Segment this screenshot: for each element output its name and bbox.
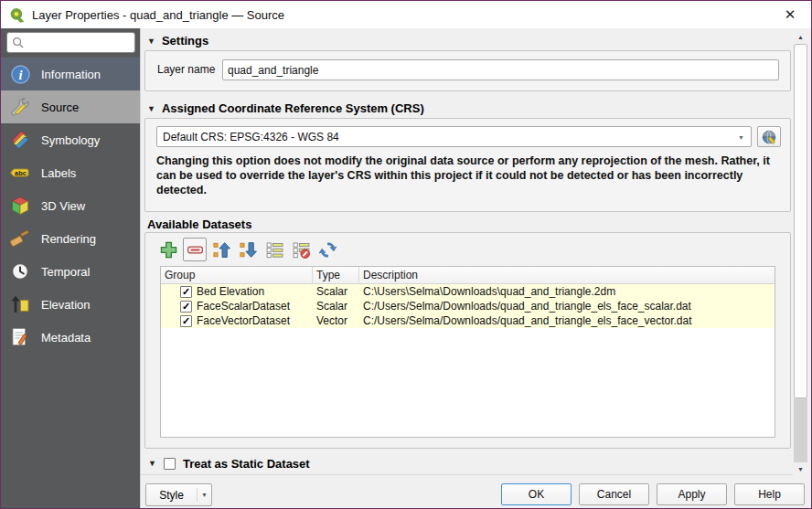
symbology-icon xyxy=(9,129,31,151)
dataset-row[interactable]: ✓FaceScalarDatasetScalarC:/Users/Selma/D… xyxy=(161,299,775,313)
dataset-row[interactable]: ✓FaceVectorDatasetVectorC:/Users/Selma/D… xyxy=(161,313,775,328)
select-all-icon xyxy=(265,240,284,260)
reload-button[interactable] xyxy=(315,238,339,261)
dataset-checkbox[interactable]: ✓ xyxy=(180,301,192,313)
add-icon xyxy=(159,240,178,260)
remove-dataset-button[interactable] xyxy=(183,238,207,261)
dataset-description: C:/Users/Selma/Downloads/quad_and_triang… xyxy=(359,300,775,313)
dataset-type: Scalar xyxy=(313,300,359,313)
static-dataset-section-header[interactable]: ▼ Treat as Static Dataset xyxy=(141,452,793,475)
sidebar-item-elevation[interactable]: Elevation xyxy=(1,288,140,321)
crs-group-box: Default CRS: EPSG:4326 - WGS 84 ▼ Changi… xyxy=(144,118,791,212)
crs-section-header[interactable]: ▼ Assigned Coordinate Reference System (… xyxy=(147,101,424,115)
help-button[interactable]: Help xyxy=(734,483,805,505)
sidebar-item-label: Labels xyxy=(41,166,76,180)
deselect-all-button[interactable] xyxy=(289,238,313,261)
sidebar-item-label: Metadata xyxy=(41,331,91,345)
sidebar-item-metadata[interactable]: Metadata xyxy=(1,321,140,354)
sidebar-item-label: Elevation xyxy=(41,298,90,312)
crs-globe-icon xyxy=(761,129,777,145)
select-crs-button[interactable] xyxy=(757,126,781,147)
temporal-icon xyxy=(9,260,31,282)
svg-text:i: i xyxy=(18,67,22,81)
column-header-group[interactable]: Group xyxy=(161,267,313,283)
dialog-button-box: Style ▼ OK Cancel Apply Help xyxy=(141,480,811,509)
svg-text:abc: abc xyxy=(15,169,27,177)
dataset-type: Scalar xyxy=(313,285,359,298)
chevron-down-icon: ▼ xyxy=(738,134,744,141)
close-icon[interactable]: ✕ xyxy=(780,5,800,25)
dataset-checkbox[interactable]: ✓ xyxy=(180,286,192,298)
settings-section-header[interactable]: ▼ Settings xyxy=(147,34,208,48)
dataset-checkbox[interactable]: ✓ xyxy=(180,315,192,327)
datasets-table-header: Group Type Description xyxy=(161,267,775,284)
add-dataset-button[interactable] xyxy=(156,238,180,261)
column-header-description[interactable]: Description xyxy=(359,267,775,283)
datasets-table-body: ✓Bed ElevationScalarC:\Users\Selma\Downl… xyxy=(161,284,775,328)
select-all-button[interactable] xyxy=(262,238,286,261)
apply-button[interactable]: Apply xyxy=(657,483,727,505)
qgis-logo-icon xyxy=(8,6,26,24)
sidebar-item-label: 3D View xyxy=(41,199,85,213)
dataset-description: C:/Users/Selma/Downloads/quad_and_triang… xyxy=(359,314,775,327)
sidebar-item-labels[interactable]: abcLabels xyxy=(1,156,140,189)
title-bar[interactable]: Layer Properties - quad_and_triangle — S… xyxy=(1,1,811,28)
sidebar-item-rendering[interactable]: Rendering xyxy=(1,222,140,255)
collapse-triangle-icon[interactable]: ▼ xyxy=(147,104,155,113)
layer-name-label: Layer name xyxy=(157,63,215,76)
sidebar-item-temporal[interactable]: Temporal xyxy=(1,255,140,288)
scroll-up-icon[interactable]: ▲ xyxy=(793,30,808,44)
sidebar-item-source[interactable]: Source xyxy=(1,90,140,123)
sidebar-item-information[interactable]: iInformation xyxy=(1,58,140,90)
scroll-down-icon[interactable]: ▼ xyxy=(793,462,808,476)
datasets-section-label: Available Datasets xyxy=(147,217,251,231)
scrollbar-track[interactable] xyxy=(794,398,807,462)
ok-button[interactable]: OK xyxy=(501,483,572,505)
vertical-scrollbar[interactable]: ▲ ▼ xyxy=(793,30,808,476)
datasets-toolbar xyxy=(156,238,339,261)
crs-select[interactable]: Default CRS: EPSG:4326 - WGS 84 ▼ xyxy=(156,126,752,147)
sidebar-item-symbology[interactable]: Symbology xyxy=(1,123,140,156)
arrow-up-icon xyxy=(212,240,231,260)
labels-icon: abc xyxy=(9,162,31,184)
layer-name-input[interactable]: quad_and_triangle xyxy=(222,59,779,80)
sidebar: iInformationSourceSymbologyabcLabels3D V… xyxy=(1,28,140,508)
cancel-button[interactable]: Cancel xyxy=(579,483,649,505)
datasets-group-box: Group Type Description ✓Bed ElevationSca… xyxy=(144,232,791,449)
datasets-table: Group Type Description ✓Bed ElevationSca… xyxy=(160,266,775,438)
dataset-group-name: FaceVectorDataset xyxy=(197,314,290,327)
crs-warning-text: Changing this option does not modify the… xyxy=(156,154,781,197)
arrow-down-icon xyxy=(239,240,258,260)
collapse-all-button[interactable] xyxy=(209,238,233,261)
dataset-description: C:\Users\Selma\Downloads\quad_and_triang… xyxy=(359,285,775,298)
search-icon xyxy=(12,37,24,48)
settings-group-box: Layer name quad_and_triangle xyxy=(144,50,791,91)
static-dataset-label: Treat as Static Dataset xyxy=(183,457,310,471)
sidebar-search-input[interactable] xyxy=(6,32,135,53)
sidebar-nav: iInformationSourceSymbologyabcLabels3D V… xyxy=(1,58,140,354)
style-button[interactable]: Style ▼ xyxy=(145,483,212,506)
datasets-section-header: Available Datasets xyxy=(147,217,251,231)
collapse-triangle-icon[interactable]: ▼ xyxy=(147,37,155,46)
collapse-triangle-icon[interactable]: ▼ xyxy=(148,459,156,468)
3d-view-icon xyxy=(9,195,31,217)
information-icon: i xyxy=(9,63,31,85)
dataset-row[interactable]: ✓Bed ElevationScalarC:\Users\Selma\Downl… xyxy=(161,284,775,299)
sidebar-item-label: Temporal xyxy=(41,265,90,279)
sidebar-item-3d-view[interactable]: 3D View xyxy=(1,189,140,222)
dataset-type: Vector xyxy=(313,314,359,327)
layer-properties-dialog: Layer Properties - quad_and_triangle — S… xyxy=(0,0,812,509)
dataset-group-name: FaceScalarDataset xyxy=(197,300,290,313)
scrollbar-thumb[interactable] xyxy=(794,44,807,398)
column-header-type[interactable]: Type xyxy=(313,267,359,283)
static-dataset-checkbox[interactable] xyxy=(164,458,176,470)
source-tab-content: ▼ Settings Layer name quad_and_triangle … xyxy=(140,28,811,508)
sidebar-item-label: Information xyxy=(41,68,101,81)
metadata-icon xyxy=(9,326,31,348)
window-title: Layer Properties - quad_and_triangle — S… xyxy=(32,8,284,22)
expand-all-button[interactable] xyxy=(236,238,260,261)
dataset-group-name: Bed Elevation xyxy=(197,285,264,298)
chevron-down-icon: ▼ xyxy=(197,488,211,502)
crs-selected-value: Default CRS: EPSG:4326 - WGS 84 xyxy=(163,131,339,143)
sidebar-item-label: Rendering xyxy=(41,232,96,246)
